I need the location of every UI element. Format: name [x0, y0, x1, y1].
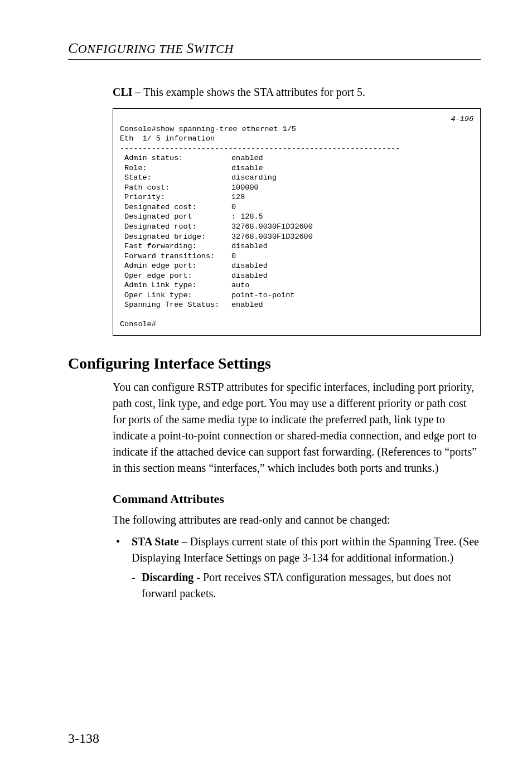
cli-value: 100000: [231, 183, 259, 193]
cli-row: Path cost:100000: [120, 183, 473, 193]
cli-value: auto: [231, 280, 249, 291]
running-head: CONFIGURING THE SWITCH: [68, 40, 481, 57]
cli-row: Designated bridge:32768.0030F1D32600: [120, 232, 473, 242]
head-rule: [68, 59, 481, 60]
running-head-w1: ONFIGURING: [78, 42, 156, 56]
cli-row: Admin status:enabled: [120, 153, 473, 163]
cli-value: enabled: [231, 153, 263, 163]
cli-value: 128: [231, 192, 245, 202]
cli-row: Designated port: 128.5: [120, 212, 473, 222]
cli-value: disabled: [231, 241, 268, 251]
running-head-s: S: [186, 40, 194, 56]
cli-intro-rest: – This example shows the STA attributes …: [133, 86, 365, 98]
cli-value: disabled: [231, 261, 268, 271]
cli-row: Designated root:32768.0030F1D32600: [120, 222, 473, 232]
cli-row: Oper Link type:point-to-point: [120, 291, 473, 301]
cli-label: Spanning Tree Status:: [120, 300, 231, 310]
cli-label: Designated cost:: [120, 202, 231, 212]
cli-label: Admin edge port:: [120, 261, 231, 271]
cli-row: State:discarding: [120, 173, 473, 183]
cli-label: Path cost:: [120, 183, 231, 193]
cli-row: Role:disable: [120, 163, 473, 173]
cli-label: Designated root:: [120, 222, 231, 232]
bullet-sta-state: STA State – Displays current state of th…: [113, 534, 481, 602]
sub-bullet-list: Discarding - Port receives STA configura…: [132, 569, 481, 602]
cli-label: Priority:: [120, 192, 231, 202]
cli-intro-strong: CLI: [113, 86, 133, 98]
cli-value: 32768.0030F1D32600: [231, 232, 313, 242]
sub-bullet-discarding-strong: Discarding: [142, 571, 194, 583]
heading-configuring-interface-settings: Configuring Interface Settings: [68, 355, 481, 373]
cli-value: discarding: [231, 173, 277, 183]
cli-row: Designated cost:0: [120, 202, 473, 212]
body-paragraph-2: The following attributes are read-only a…: [113, 512, 481, 528]
cli-value: 32768.0030F1D32600: [231, 222, 313, 232]
cli-label: Oper edge port:: [120, 271, 231, 281]
cli-value: disabled: [231, 271, 268, 281]
body-paragraph: You can configure RSTP attributes for sp…: [113, 379, 481, 476]
running-head-the: THE: [156, 42, 186, 56]
running-head-c: C: [68, 40, 78, 56]
cli-line-1: Console#show spanning-tree ethernet 1/5: [120, 125, 296, 133]
running-head-w2: WITCH: [194, 42, 234, 56]
cli-value: : 128.5: [231, 212, 263, 222]
cli-label: Designated port: [120, 212, 231, 222]
cli-value: disable: [231, 163, 263, 173]
cli-row: Priority:128: [120, 192, 473, 202]
bullet-sta-state-strong: STA State: [132, 535, 179, 548]
cli-output-box: 4-196Console#show spanning-tree ethernet…: [113, 108, 481, 336]
cli-row: Oper edge port:disabled: [120, 271, 473, 281]
cli-row: Forward transitions:0: [120, 251, 473, 262]
cli-value: 0: [231, 251, 236, 262]
cli-intro: CLI – This example shows the STA attribu…: [113, 84, 481, 100]
cli-row: Fast forwarding:disabled: [120, 241, 473, 251]
cli-label: Designated bridge:: [120, 232, 231, 242]
cli-label: Role:: [120, 163, 231, 173]
cli-rule: ----------------------------------------…: [120, 144, 400, 153]
bullet-list: STA State – Displays current state of th…: [113, 534, 481, 602]
cli-row: Spanning Tree Status:enabled: [120, 300, 473, 310]
cli-value: point-to-point: [231, 291, 294, 301]
cli-value: 0: [231, 202, 236, 212]
cli-label: Forward transitions:: [120, 251, 231, 262]
cli-label: Fast forwarding:: [120, 241, 231, 251]
cli-label: Admin status:: [120, 153, 231, 163]
page: CONFIGURING THE SWITCH CLI – This exampl…: [0, 0, 532, 774]
cli-row: Admin edge port:disabled: [120, 261, 473, 271]
cli-label: Admin Link type:: [120, 280, 231, 291]
cli-label: Oper Link type:: [120, 291, 231, 301]
bullet-sta-state-rest: – Displays current state of this port wi…: [132, 535, 479, 564]
cli-label: State:: [120, 173, 231, 183]
page-number: 3-138: [68, 731, 99, 746]
cli-line-2: Eth 1/ 5 information: [120, 134, 215, 143]
cli-prompt: Console#: [120, 320, 156, 328]
cli-row: Admin Link type:auto: [120, 280, 473, 291]
sub-bullet-discarding: Discarding - Port receives STA configura…: [132, 569, 481, 602]
cli-value: enabled: [231, 300, 263, 310]
cli-page-ref: 4-196: [451, 114, 473, 124]
heading-command-attributes: Command Attributes: [113, 492, 481, 506]
